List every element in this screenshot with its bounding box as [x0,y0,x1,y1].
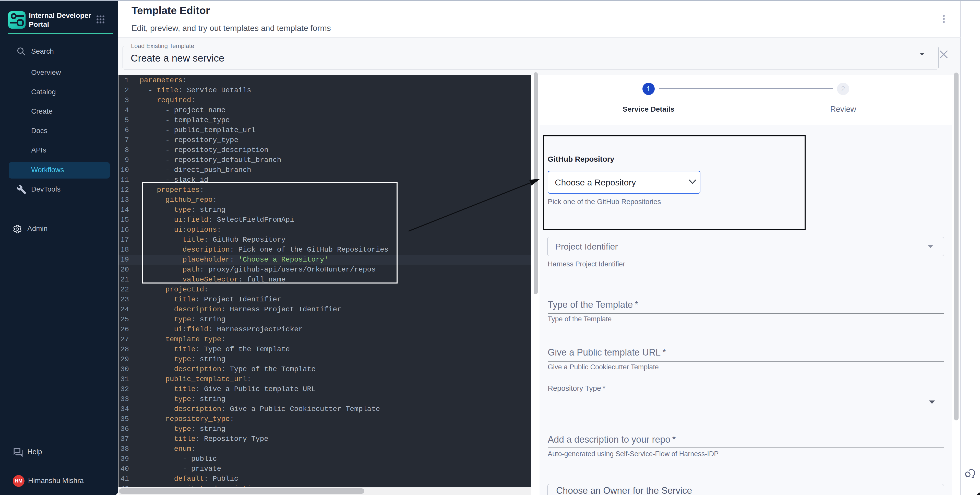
svg-text:?: ? [16,448,18,453]
